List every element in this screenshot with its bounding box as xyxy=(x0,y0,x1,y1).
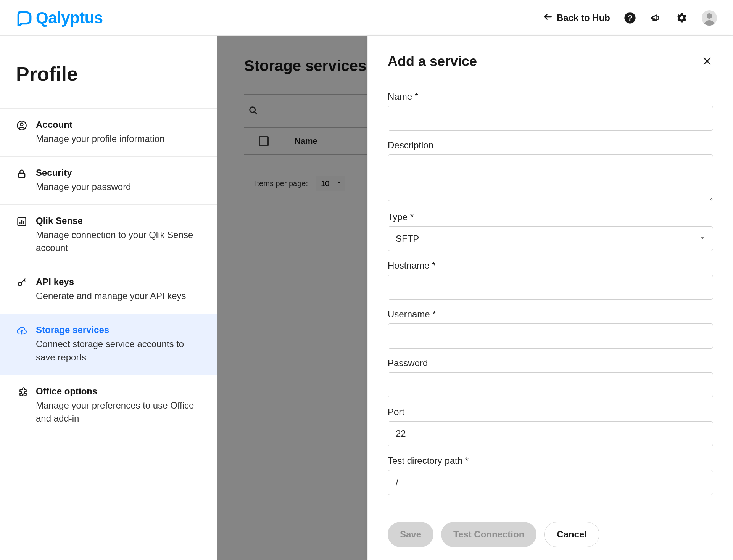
drawer-title: Add a service xyxy=(388,53,477,69)
header-actions: Back to Hub ? xyxy=(543,10,717,26)
page-title: Profile xyxy=(0,36,217,108)
svg-point-5 xyxy=(21,123,23,126)
svg-point-11 xyxy=(18,282,22,286)
brand-logo[interactable]: Qalyptus xyxy=(16,9,103,27)
name-label: Name * xyxy=(388,91,713,102)
hostname-label: Hostname * xyxy=(388,260,713,271)
back-to-hub-label: Back to Hub xyxy=(557,13,610,23)
description-input[interactable] xyxy=(388,154,713,201)
sidebar-item-desc: Manage your preferences to use Office an… xyxy=(36,399,201,426)
sidebar-item-label: Account xyxy=(36,119,201,130)
test-path-input[interactable] xyxy=(388,470,713,495)
sidebar-item-label: Office options xyxy=(36,386,201,397)
cancel-button[interactable]: Cancel xyxy=(544,522,599,547)
sidebar-item-qlik-sense[interactable]: Qlik Sense Manage connection to your Qli… xyxy=(0,204,217,266)
username-label: Username * xyxy=(388,309,713,320)
save-button[interactable]: Save xyxy=(388,522,433,547)
add-service-drawer: Add a service Name * Description Type * xyxy=(367,36,733,560)
svg-point-3 xyxy=(707,13,712,19)
sidebar-item-desc: Manage connection to your Qlik Sense acc… xyxy=(36,229,201,255)
cloud-upload-icon xyxy=(16,325,27,364)
username-input[interactable] xyxy=(388,323,713,349)
sidebar-item-desc: Manage your password xyxy=(36,180,201,194)
hostname-input[interactable] xyxy=(388,275,713,300)
settings-gear-icon[interactable] xyxy=(676,12,688,24)
close-icon[interactable] xyxy=(702,56,713,67)
port-label: Port xyxy=(388,407,713,417)
user-avatar[interactable] xyxy=(702,10,717,26)
brand-name: Qalyptus xyxy=(36,9,103,27)
main-stage: Storage services Name Items per page: 10 xyxy=(217,36,733,560)
bar-chart-icon xyxy=(16,216,27,255)
sidebar-item-desc: Generate and manage your API keys xyxy=(36,290,201,303)
sidebar-item-label: Qlik Sense xyxy=(36,216,201,226)
svg-rect-6 xyxy=(19,173,25,178)
sidebar-item-label: Security xyxy=(36,167,201,178)
name-input[interactable] xyxy=(388,106,713,131)
sidebar-item-storage-services[interactable]: Storage services Connect storage service… xyxy=(0,314,217,375)
user-circle-icon xyxy=(16,119,27,146)
test-path-label: Test directory path * xyxy=(388,455,713,466)
type-select[interactable]: SFTP xyxy=(388,226,713,251)
password-input[interactable] xyxy=(388,372,713,397)
app-header: Qalyptus Back to Hub ? xyxy=(0,0,733,36)
description-label: Description xyxy=(388,140,713,151)
sidebar-item-desc: Manage your profile information xyxy=(36,132,201,146)
sidebar-item-office-options[interactable]: Office options Manage your preferences t… xyxy=(0,375,217,437)
brand-mark-icon xyxy=(16,10,32,26)
test-connection-button[interactable]: Test Connection xyxy=(441,522,536,547)
puzzle-icon xyxy=(16,386,27,426)
sidebar-item-label: Storage services xyxy=(36,325,201,335)
password-label: Password xyxy=(388,358,713,369)
sidebar-item-label: API keys xyxy=(36,277,201,287)
key-icon xyxy=(16,277,27,303)
lock-icon xyxy=(16,167,27,194)
sidebar-item-desc: Connect storage service accounts to save… xyxy=(36,338,201,364)
type-label: Type * xyxy=(388,212,713,222)
sidebar-item-account[interactable]: Account Manage your profile information xyxy=(0,108,217,156)
sidebar-item-security[interactable]: Security Manage your password xyxy=(0,156,217,204)
drawer-footer: Save Test Connection Cancel xyxy=(368,513,733,560)
svg-text:?: ? xyxy=(628,13,632,22)
sidebar-item-api-keys[interactable]: API keys Generate and manage your API ke… xyxy=(0,266,217,314)
arrow-left-icon xyxy=(543,12,553,24)
announcements-icon[interactable] xyxy=(650,12,662,24)
back-to-hub-link[interactable]: Back to Hub xyxy=(543,12,610,24)
port-input[interactable] xyxy=(388,421,713,446)
profile-sidebar: Profile Account Manage your profile info… xyxy=(0,36,217,560)
help-icon[interactable]: ? xyxy=(624,12,636,24)
